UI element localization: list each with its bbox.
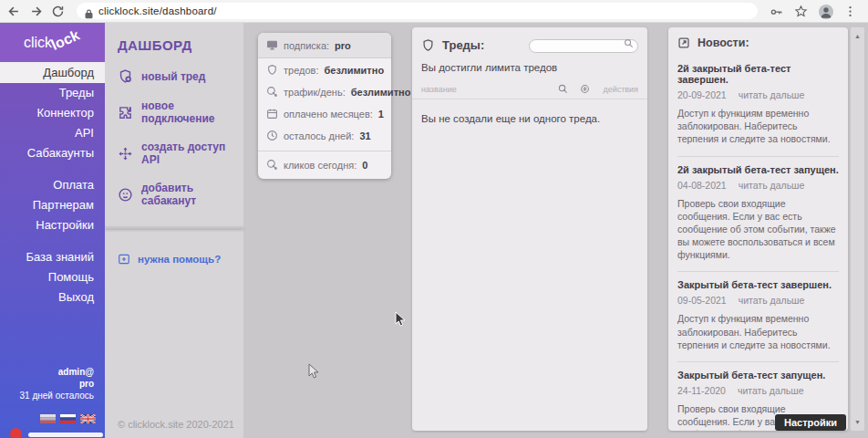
create-api-access-label: создать доступ API — [141, 141, 243, 166]
news-item-title: Закрытый бета-тест запущен. — [677, 370, 839, 381]
account-plan: pro — [20, 378, 95, 390]
vertical-scrollbar[interactable]: ▲ ▼ — [851, 27, 864, 431]
new-thread-label: новый тред — [141, 70, 205, 83]
logo[interactable]: clicklock — [0, 23, 105, 62]
puzzle-icon — [118, 105, 133, 120]
app-window: clicklock.site/dashboard/ clicklock Дашб… — [0, 0, 868, 438]
address-bar[interactable]: clicklock.site/dashboard/ — [77, 3, 758, 19]
dashboard-panel: ДАШБОРД новый тред новое подключение соз… — [105, 23, 243, 438]
read-more-link[interactable]: читать дальше — [739, 89, 805, 100]
add-subaccount-link[interactable]: добавить сабаканут — [118, 182, 243, 207]
stat-row-traffic: трафик/день: безлимитно — [258, 80, 391, 102]
read-more-link[interactable]: читать дальше — [739, 180, 805, 191]
sidebar-item-help[interactable]: Помощь — [0, 267, 105, 287]
copyright: © clicklock.site 2020-2021 — [118, 419, 234, 430]
profile-avatar-icon[interactable] — [819, 5, 832, 18]
news-title: Новости: — [698, 36, 749, 49]
subscription-card: подписка: pro тредов: безлимитно трафик/… — [258, 33, 391, 179]
sidebar: clicklock Дашборд Треды Коннектор API Са… — [0, 23, 105, 438]
need-help-label: нужна помощь? — [138, 254, 221, 265]
flag-uk-icon[interactable] — [80, 414, 96, 423]
sidebar-item-api[interactable]: API — [0, 123, 105, 143]
logo-text-click: click — [24, 35, 52, 51]
flag-ru-icon[interactable] — [60, 414, 76, 423]
account-email: admin@ — [20, 366, 95, 378]
clock-icon — [266, 130, 278, 141]
reload-icon[interactable] — [51, 5, 65, 18]
add-subaccount-label: добавить сабаканут — [141, 182, 243, 207]
scroll-up-icon[interactable]: ▲ — [851, 33, 864, 39]
divider — [105, 226, 243, 228]
player-progress-bar — [28, 433, 103, 437]
subscription-header: подписка: pro — [258, 33, 391, 58]
shield-plus-icon — [118, 68, 133, 84]
sidebar-menu: Дашборд Треды Коннектор API Сабакаунты О… — [0, 62, 105, 308]
sidebar-item-logout[interactable]: Выход — [0, 287, 105, 308]
browser-actions — [770, 5, 861, 18]
sidebar-item-subaccounts[interactable]: Сабакаунты — [0, 143, 105, 163]
flag-ru-muted-icon[interactable] — [40, 414, 56, 423]
logo-text-lock: lock — [49, 26, 83, 53]
news-item-body: Проверь свои входящие сообщения. Если у … — [677, 197, 839, 262]
create-api-access-link[interactable]: создать доступ API — [118, 141, 243, 166]
recording-indicator — [10, 428, 22, 438]
news-item-date: 09-05-2021 — [677, 295, 727, 306]
news-item-date: 24-11-2020 — [677, 385, 726, 396]
news-item: Закрытый бета-тест завершен. 09-05-2021 … — [677, 272, 839, 362]
browser-menu-icon[interactable] — [843, 5, 857, 18]
search-icon[interactable] — [624, 38, 634, 48]
sidebar-item-connector[interactable]: Коннектор — [0, 103, 105, 123]
account-days-left: 31 дней осталось — [20, 390, 95, 402]
news-item-title: Закрытый бета-тест завершен. — [677, 279, 839, 290]
calendar-icon — [266, 108, 278, 120]
sidebar-item-payment[interactable]: Оплата — [0, 175, 105, 195]
read-more-link[interactable]: читать дальше — [739, 295, 805, 306]
mouse-cursor-secondary — [308, 363, 319, 380]
settings-button[interactable]: Настройки — [775, 414, 846, 431]
shield-icon — [266, 64, 278, 76]
stat-row-threads: тредов: безлимитно — [258, 58, 391, 80]
forward-icon[interactable] — [29, 5, 43, 18]
key-icon[interactable] — [770, 5, 783, 18]
news-item: 2й закрытый бета-тест запущен. 04-08-202… — [677, 157, 839, 273]
news-list: 2й закрытый бета-тест завершен. 20-09-20… — [668, 56, 848, 431]
external-link-icon — [677, 36, 690, 49]
face-icon — [118, 187, 133, 203]
threads-table-header: название действия — [412, 81, 647, 99]
sidebar-item-threads[interactable]: Треды — [0, 83, 105, 103]
subscription-plan-value: pro — [335, 40, 351, 51]
sidebar-item-dashboard[interactable]: Дашборд — [0, 62, 105, 83]
back-icon[interactable] — [7, 5, 21, 18]
sidebar-item-partners[interactable]: Партнерам — [0, 195, 105, 215]
subscription-label: подписка: — [284, 40, 329, 51]
search-input[interactable] — [529, 39, 638, 53]
news-item-body: Доступ к функциям временно заблокирован.… — [677, 312, 839, 351]
read-more-link[interactable]: читать дальше — [738, 385, 804, 396]
help-plus-icon — [118, 253, 130, 266]
sidebar-item-settings[interactable]: Настройки — [0, 215, 105, 235]
mouse-cursor — [395, 311, 406, 328]
click-icon — [266, 86, 278, 98]
url-text[interactable]: clicklock.site/dashboard/ — [98, 5, 217, 16]
stat-row-days-left: осталось дней: 31 — [258, 124, 391, 146]
browser-toolbar: clicklock.site/dashboard/ — [0, 0, 868, 23]
click-icon — [266, 159, 278, 171]
news-item-body: Доступ к функциям временно заблокирован.… — [677, 107, 839, 146]
column-name-label: название — [421, 85, 457, 94]
new-thread-link[interactable]: новый тред — [118, 68, 243, 84]
sidebar-item-knowledge-base[interactable]: База знаний — [0, 247, 105, 267]
news-item-date: 04-08-2021 — [677, 180, 727, 191]
need-help-link[interactable]: нужна помощь? — [118, 253, 243, 266]
news-item-title: 2й закрытый бета-тест запущен. — [677, 164, 839, 175]
new-connection-link[interactable]: новое подключение — [118, 99, 243, 125]
scroll-down-icon[interactable]: ▼ — [851, 419, 864, 425]
threads-panel: Треды: Вы достигли лимита тредов названи… — [412, 27, 647, 431]
news-item-title: 2й закрытый бета-тест завершен. — [677, 63, 839, 85]
gear-column-icon — [580, 84, 590, 94]
threads-title: Треды: — [442, 38, 484, 52]
stat-row-months-paid: оплачено месяцев: 1 — [258, 102, 391, 124]
bookmark-star-icon[interactable] — [794, 5, 808, 18]
news-item: 2й закрытый бета-тест завершен. 20-09-20… — [677, 56, 839, 157]
thread-search — [529, 36, 638, 53]
new-connection-label: новое подключение — [141, 99, 243, 125]
